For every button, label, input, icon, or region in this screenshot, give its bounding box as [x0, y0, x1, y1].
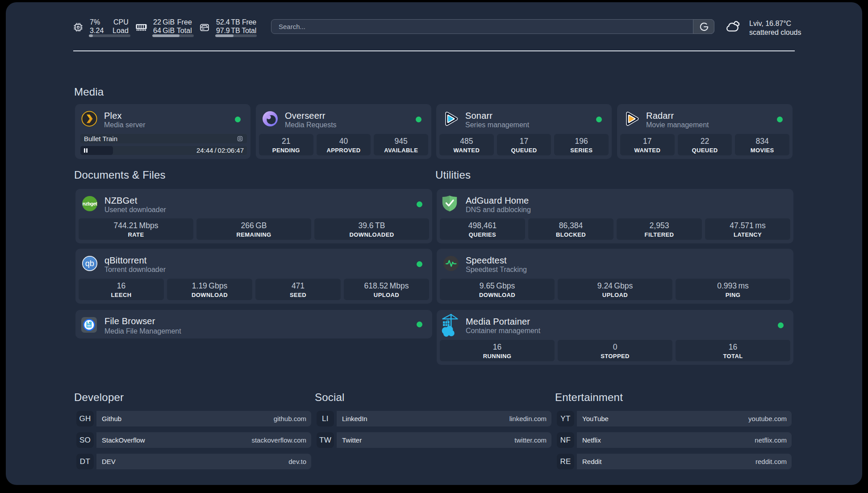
svg-text:nzbget: nzbget: [83, 201, 97, 206]
svg-text:qb: qb: [85, 259, 94, 268]
